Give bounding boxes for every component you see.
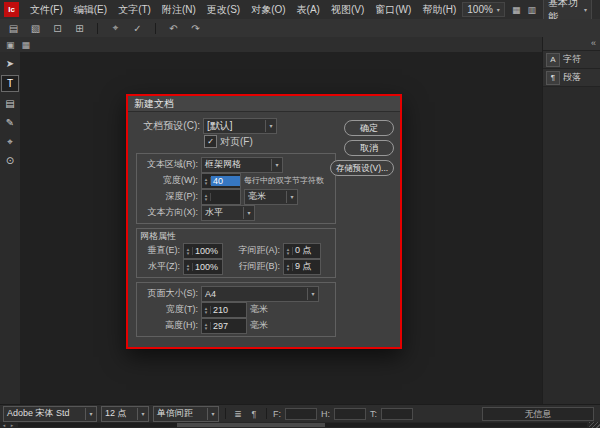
line-spacing-dropdown[interactable]: 单倍间距 ▾ — [153, 406, 219, 422]
menu-item-help[interactable]: 帮助(H) — [417, 3, 461, 17]
document-preset-dropdown[interactable]: [默认] ▾ — [203, 118, 277, 134]
zoom-tool-icon[interactable]: ⊙ — [2, 153, 18, 168]
field-t-label: T: — [370, 409, 377, 419]
char-spacing-stepper[interactable]: ▴▾ 0 点 — [283, 243, 321, 259]
menu-item-window[interactable]: 窗口(W) — [370, 3, 416, 17]
font-size-dropdown[interactable]: 12 点 ▾ — [101, 406, 149, 422]
frame-grid-icon[interactable]: ▦ — [22, 40, 31, 50]
statusbar-divider — [266, 408, 267, 419]
depth-unit-dropdown[interactable]: 毫米 ▾ — [244, 189, 298, 205]
panel-dock: « A 字符 ¶ 段落 — [542, 37, 600, 405]
page-size-group: 页面大小(S): A4 ▾ 宽度(T): ▴▾ 210 毫米 高度(H): — [136, 282, 336, 337]
page-height-unit: 毫米 — [250, 319, 268, 332]
expand-panels-icon[interactable]: « — [591, 38, 596, 48]
ok-button[interactable]: 确定 — [344, 120, 394, 136]
new-document-icon[interactable]: ▤ — [7, 23, 20, 34]
stepper-down-icon[interactable]: ▾ — [202, 326, 210, 330]
depth-stepper[interactable]: ▴▾ — [201, 189, 241, 205]
text-area-label: 文本区域(R): — [140, 158, 198, 171]
width-chars-value: 40 — [211, 176, 240, 186]
grid-vertical-stepper[interactable]: ▴▾ 100% — [183, 243, 223, 259]
field-f-input[interactable] — [285, 408, 317, 420]
field-t-input[interactable] — [381, 408, 413, 420]
spellcheck-icon[interactable]: ✓ — [131, 23, 144, 34]
pencil-tool-icon[interactable]: ✎ — [2, 115, 18, 130]
print-icon[interactable]: ⊞ — [73, 23, 86, 34]
char-spacing-label: 字间距(A): — [226, 244, 280, 257]
menu-item-changes[interactable]: 更改(S) — [202, 3, 245, 17]
page-width-stepper[interactable]: ▴▾ 210 — [201, 302, 247, 318]
width-chars-label: 宽度(W): — [140, 174, 198, 187]
caret-down-icon: ▾ — [85, 408, 96, 420]
menu-item-view[interactable]: 视图(V) — [326, 3, 369, 17]
page-grid-icon[interactable]: ▣ — [6, 40, 15, 50]
undo-icon[interactable]: ↶ — [167, 23, 180, 34]
menu-item-notes[interactable]: 附注(N) — [157, 3, 201, 17]
save-preset-button[interactable]: 存储预设(V)... — [330, 160, 394, 176]
menu-item-edit[interactable]: 编辑(E) — [69, 3, 112, 17]
font-family-value: Adobe 宋体 Std — [4, 407, 85, 420]
text-area-type-dropdown[interactable]: 框架网格 ▾ — [201, 157, 283, 173]
menu-item-type[interactable]: 文字(T) — [113, 3, 156, 17]
page-size-dropdown[interactable]: A4 ▾ — [201, 286, 319, 302]
field-h-input[interactable] — [334, 408, 366, 420]
open-document-icon[interactable]: ▧ — [29, 23, 42, 34]
panel-character-button[interactable]: A 字符 — [543, 51, 600, 69]
grid-attributes-group: 网格属性 垂直(E): ▴▾ 100% 字间距(A): ▴▾ 0 点 水平(Z)… — [136, 228, 336, 278]
stepper-down-icon[interactable]: ▾ — [202, 181, 210, 185]
dialog-title[interactable]: 新建文档 — [128, 96, 400, 112]
leading-icon[interactable]: ≣ — [232, 409, 244, 419]
text-direction-dropdown[interactable]: 水平 ▾ — [201, 205, 255, 221]
scrollbar-thumb[interactable] — [177, 423, 325, 427]
horizontal-scrollbar[interactable] — [18, 423, 587, 427]
caret-down-icon: ▾ — [584, 6, 587, 13]
facing-pages-checkbox[interactable]: ✓ — [204, 135, 217, 148]
paragraph-panel-icon: ¶ — [546, 71, 560, 85]
menu-item-file[interactable]: 文件(F) — [25, 3, 68, 17]
stepper-down-icon[interactable]: ▾ — [184, 267, 192, 271]
width-chars-stepper[interactable]: ▴▾ 40 — [201, 173, 241, 189]
eyedropper-tool-icon[interactable]: ⌖ — [2, 134, 18, 149]
text-area-group: 文本区域(R): 框架网格 ▾ 宽度(W): ▴▾ 40 每行中的双字节字符数 … — [136, 153, 336, 224]
resize-grip[interactable] — [589, 422, 600, 428]
menu-item-table[interactable]: 表(A) — [292, 3, 325, 17]
scroll-left-icon[interactable]: ◂ — [0, 422, 8, 428]
type-tool-icon[interactable]: T — [1, 75, 19, 92]
find-icon[interactable]: ⌖ — [109, 22, 122, 34]
caret-down-icon: ▾ — [271, 159, 282, 171]
selection-tool-icon[interactable]: ➤ — [2, 56, 18, 71]
grid-horizontal-label: 水平(Z): — [140, 260, 180, 273]
check-icon: ✓ — [207, 138, 214, 146]
application-window: Ic 文件(F) 编辑(E) 文字(T) 附注(N) 更改(S) 对象(O) 表… — [0, 0, 600, 428]
view-options-icon[interactable]: ▦ — [512, 5, 521, 15]
toolbar-divider — [155, 23, 156, 34]
stepper-down-icon[interactable]: ▾ — [284, 267, 292, 271]
text-direction-label: 文本方向(X): — [140, 206, 198, 219]
scroll-right-icon[interactable]: ▸ — [8, 422, 16, 428]
page-height-stepper[interactable]: ▴▾ 297 — [201, 318, 247, 334]
zoom-level-dropdown[interactable]: 100% ▾ — [462, 2, 505, 17]
note-tool-icon[interactable]: ▤ — [2, 96, 18, 111]
stepper-down-icon[interactable]: ▾ — [202, 197, 210, 201]
panel-paragraph-button[interactable]: ¶ 段落 — [543, 69, 600, 87]
document-preset-label: 文档预设(C): — [134, 119, 200, 133]
cancel-button[interactable]: 取消 — [344, 140, 394, 156]
screen-mode-icon[interactable]: ▥ — [527, 5, 536, 15]
paragraph-mark-icon[interactable]: ¶ — [248, 409, 260, 419]
line-spacing-stepper[interactable]: ▴▾ 9 点 — [283, 259, 321, 275]
stepper-down-icon[interactable]: ▾ — [284, 251, 292, 255]
page-width-unit: 毫米 — [250, 303, 268, 316]
stepper-down-icon[interactable]: ▾ — [202, 310, 210, 314]
page-width-label: 宽度(T): — [140, 303, 198, 316]
menu-item-object[interactable]: 对象(O) — [246, 3, 290, 17]
caret-down-icon: ▾ — [207, 408, 218, 420]
font-family-dropdown[interactable]: Adobe 宋体 Std ▾ — [3, 406, 97, 422]
stepper-down-icon[interactable]: ▾ — [184, 251, 192, 255]
grid-horizontal-stepper[interactable]: ▴▾ 100% — [183, 259, 223, 275]
grid-vertical-value: 100% — [193, 246, 222, 256]
depth-unit-value: 毫米 — [245, 190, 286, 203]
page-height-label: 高度(H): — [140, 319, 198, 332]
save-icon[interactable]: ⊡ — [51, 23, 64, 34]
field-h-label: H: — [321, 409, 330, 419]
redo-icon[interactable]: ↷ — [189, 23, 202, 34]
